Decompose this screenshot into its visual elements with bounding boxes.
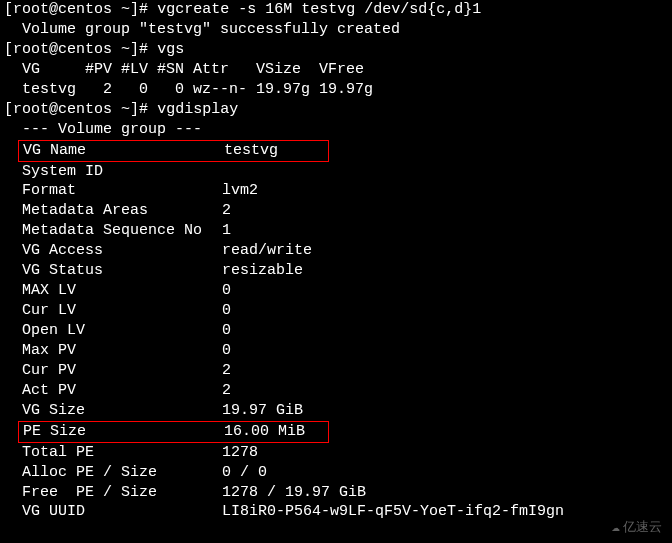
prompt-path: ~ [121,1,130,18]
vg-name-value: testvg [224,141,324,161]
output-vgcreate: Volume group "testvg" successfully creat… [4,20,668,40]
pe-size-label: PE Size [19,422,224,442]
row-total-pe: Total PE1278 [4,443,668,463]
highlight-vg-name: VG Name testvg [18,140,329,162]
highlight-pe-size: PE Size 16.00 MiB [18,421,329,443]
prompt-host: centos [58,1,112,18]
row-vg-status: VG Statusresizable [4,261,668,281]
watermark: ☁ 亿速云 [612,518,662,537]
row-max-lv: MAX LV0 [4,281,668,301]
row-vg-access: VG Accessread/write [4,241,668,261]
pe-size-value: 16.00 MiB [224,422,324,442]
vgs-row: testvg 2 0 0 wz--n- 19.97g 19.97g [4,80,668,100]
row-open-lv: Open LV0 [4,321,668,341]
prompt-close: ] [130,1,139,18]
prompt-line-vgdisplay: [root@centos ~]# vgdisplay [4,100,668,120]
row-vg-uuid: VG UUIDLI8iR0-P564-w9LF-qF5V-YoeT-ifq2-f… [4,502,668,522]
watermark-text: 亿速云 [623,519,662,536]
row-cur-pv: Cur PV2 [4,361,668,381]
row-metadata-seq: Metadata Sequence No1 [4,221,668,241]
prompt-open: [ [4,1,13,18]
prompt-at: @ [49,1,58,18]
row-format: Formatlvm2 [4,181,668,201]
row-metadata-areas: Metadata Areas2 [4,201,668,221]
prompt-line-vgs: [root@centos ~]# vgs [4,40,668,60]
row-act-pv: Act PV2 [4,381,668,401]
prompt-symbol: # [139,1,148,18]
prompt-line-vgcreate: [root@centos ~]# vgcreate -s 16M testvg … [4,0,668,20]
row-vg-size: VG Size19.97 GiB [4,401,668,421]
vgs-header: VG #PV #LV #SN Attr VSize VFree [4,60,668,80]
row-free-pe: Free PE / Size1278 / 19.97 GiB [4,483,668,503]
cloud-icon: ☁ [612,518,620,537]
vgdisplay-header: --- Volume group --- [4,120,668,140]
vg-name-label: VG Name [19,141,224,161]
cmd-vgs: vgs [157,41,184,58]
row-max-pv: Max PV0 [4,341,668,361]
cmd-vgdisplay: vgdisplay [157,101,238,118]
prompt-user: root [13,1,49,18]
row-cur-lv: Cur LV0 [4,301,668,321]
row-system-id: System ID [4,162,668,182]
cmd-vgcreate: vgcreate -s 16M testvg /dev/sd{c,d}1 [157,1,481,18]
row-alloc-pe: Alloc PE / Size0 / 0 [4,463,668,483]
